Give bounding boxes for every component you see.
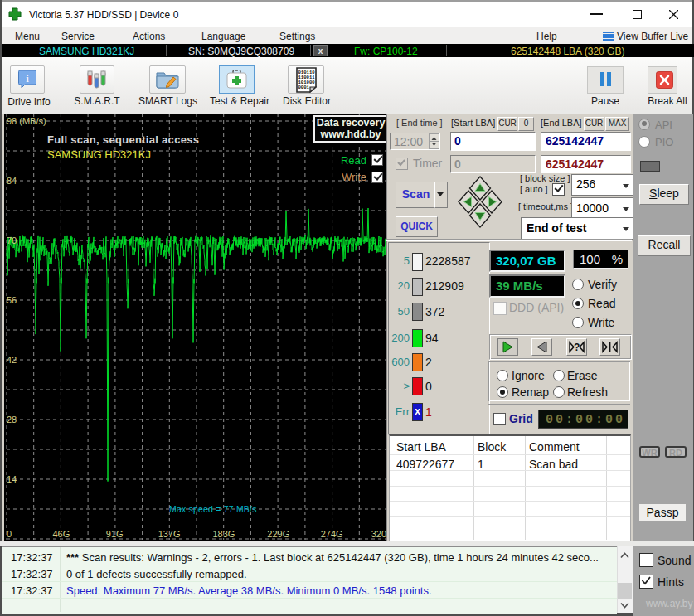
svg-text:?: ?	[574, 342, 580, 353]
svg-text:28: 28	[7, 415, 17, 424]
svg-text:i: i	[26, 72, 29, 85]
svg-text:56: 56	[7, 295, 17, 305]
svg-text:320: 320	[371, 529, 386, 539]
svg-text:229G: 229G	[267, 529, 289, 539]
svg-text:137G: 137G	[158, 529, 181, 539]
svg-text:42: 42	[7, 355, 17, 365]
svg-text:0001: 0001	[298, 85, 310, 90]
svg-text:98 (MB/s): 98 (MB/s)	[7, 116, 46, 126]
svg-text:84: 84	[7, 176, 17, 186]
svg-text:183G: 183G	[212, 529, 235, 539]
svg-text:274G: 274G	[321, 529, 343, 539]
svg-text:70: 70	[7, 235, 17, 245]
svg-text:46G: 46G	[52, 529, 70, 539]
svg-text:14: 14	[7, 474, 17, 484]
svg-text:0: 0	[7, 529, 12, 539]
svg-text:91G: 91G	[106, 529, 124, 539]
